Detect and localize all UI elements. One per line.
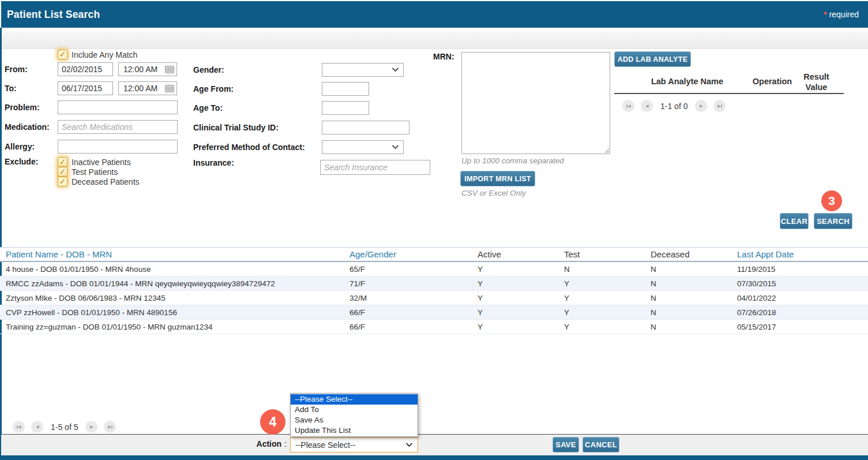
exclude-label: Exclude: (5, 157, 38, 166)
next-page-icon[interactable] (695, 100, 707, 112)
table-cell: 32/M (345, 294, 473, 302)
table-cell: 66/F (345, 323, 473, 331)
col-header-last-appt[interactable]: Last Appt Date (732, 249, 868, 259)
check-icon: ✓ (59, 177, 66, 185)
results-table-header: Patient Name - DOB - MRN Age/Gender Acti… (0, 247, 868, 262)
to-label: To: (5, 84, 17, 93)
table-cell: 07/26/2018 (732, 308, 868, 317)
table-cell: N (559, 265, 646, 274)
clinical-trial-input[interactable] (322, 121, 409, 134)
import-hint: CSV or Excel Only (461, 189, 526, 197)
clear-button[interactable]: CLEAR (780, 213, 809, 229)
chevron-down-icon (392, 68, 399, 72)
age-to-label: Age To: (193, 103, 223, 113)
check-icon: ✓ (59, 167, 66, 175)
table-cell: N (646, 265, 732, 274)
table-cell: RMCC zzAdams - DOB 01/01/1944 - MRN qeyq… (0, 279, 345, 288)
contact-method-select[interactable] (322, 140, 404, 154)
col-header-test: Test (559, 249, 646, 259)
title-bar: Patient List Search *required (1, 1, 868, 28)
lab-operation-header: Operation (751, 76, 793, 87)
results-table-body: 4 house - DOB 01/01/1950 - MRN 4house65/… (0, 262, 868, 334)
last-page-icon[interactable] (104, 421, 116, 433)
age-to-input[interactable] (322, 101, 369, 115)
exclude-test-checkbox[interactable]: ✓ (58, 167, 67, 177)
table-cell: 66/F (345, 308, 473, 317)
mrn-textarea[interactable] (461, 52, 610, 154)
calendar-icon[interactable] (165, 66, 174, 73)
insurance-label: Insurance: (193, 158, 234, 167)
include-any-match-checkbox[interactable]: ✓ (58, 50, 67, 59)
exclude-test-label: Test Patients (72, 167, 118, 177)
table-row[interactable]: 4 house - DOB 01/01/1950 - MRN 4house65/… (0, 262, 868, 276)
exclude-deceased-checkbox[interactable]: ✓ (58, 177, 67, 186)
prev-page-icon[interactable] (641, 100, 653, 112)
dropdown-option[interactable]: --Please Select-- (291, 394, 418, 405)
action-select[interactable]: --Please Select-- (290, 437, 418, 452)
include-any-match-label: Include Any Match (72, 50, 137, 59)
to-time-input[interactable]: 12:00 AM (118, 81, 177, 95)
save-button[interactable]: SAVE (553, 437, 579, 452)
page-bottom-border (0, 455, 868, 460)
col-header-patient[interactable]: Patient Name - DOB - MRN (0, 249, 345, 259)
last-page-icon[interactable] (713, 100, 726, 112)
table-cell: N (646, 308, 732, 317)
toolbar-band (1, 31, 868, 49)
search-button[interactable]: SEARCH (814, 213, 852, 229)
allergy-input[interactable] (58, 140, 178, 154)
add-lab-analyte-button[interactable]: ADD LAB ANALYTE (614, 51, 691, 67)
table-row[interactable]: Zztyson MIke - DOB 06/06/1983 - MRN 1234… (0, 291, 868, 305)
calendar-icon[interactable] (165, 85, 174, 92)
table-cell: Y (559, 294, 646, 302)
results-pager-text: 1-5 of 5 (51, 422, 78, 432)
table-cell: Y (559, 279, 646, 288)
lab-result-value-header: Result Value (801, 72, 832, 92)
table-row[interactable]: Training zz=guzman - DOB 01/01/1950 - MR… (0, 320, 868, 334)
patient-list-search-page: Patient List Search *required ✓ Include … (0, 0, 868, 460)
mrn-hint: Up to 1000 comma separated (461, 156, 564, 165)
gender-select[interactable] (322, 63, 404, 77)
table-cell: 71/F (345, 279, 473, 288)
footer-bar (1, 434, 868, 455)
import-mrn-list-button[interactable]: IMPORT MRN LIST (460, 171, 535, 186)
medication-input[interactable] (58, 120, 178, 134)
table-cell: N (646, 323, 732, 331)
exclude-test-row: ✓ Test Patients (58, 167, 118, 177)
table-cell: 05/15/2017 (732, 323, 868, 331)
first-page-icon[interactable] (622, 100, 634, 112)
to-date-input[interactable] (58, 81, 113, 95)
problem-input[interactable] (58, 100, 178, 114)
table-cell: 65/F (345, 265, 473, 274)
table-cell: Zztyson MIke - DOB 06/06/1983 - MRN 1234… (0, 294, 345, 302)
table-cell: Y (473, 294, 559, 302)
check-icon: ✓ (59, 50, 66, 58)
cancel-button[interactable]: CANCEL (583, 437, 619, 452)
required-note: *required (824, 10, 859, 19)
exclude-inactive-checkbox[interactable]: ✓ (58, 157, 67, 167)
from-time-input[interactable]: 12:00 AM (118, 62, 177, 76)
allergy-label: Allergy: (5, 142, 35, 151)
age-from-input[interactable] (322, 82, 369, 96)
table-row[interactable]: RMCC zzAdams - DOB 01/01/1944 - MRN qeyq… (0, 276, 868, 291)
insurance-input[interactable] (320, 160, 430, 175)
table-cell: Y (473, 279, 559, 288)
from-date-input[interactable] (58, 62, 113, 76)
table-cell: Y (473, 323, 559, 331)
first-page-icon[interactable] (13, 421, 25, 433)
dropdown-option[interactable]: Save As (291, 415, 418, 425)
prev-page-icon[interactable] (31, 421, 43, 433)
table-cell: 11/19/2015 (732, 265, 868, 274)
required-label: required (829, 10, 859, 19)
dropdown-option[interactable]: Add To (291, 405, 418, 415)
action-colon: : (284, 439, 287, 448)
dropdown-option[interactable]: Update This List (291, 425, 418, 436)
lab-table-divider (614, 93, 844, 94)
table-row[interactable]: CVP zzHowell - DOB 01/01/1950 - MRN 4890… (0, 305, 868, 320)
chevron-down-icon (392, 145, 399, 149)
age-from-label: Age From: (193, 84, 234, 94)
action-label: Action (257, 439, 282, 448)
from-time-value: 12:00 AM (123, 65, 157, 74)
col-header-age-gender[interactable]: Age/Gender (345, 249, 473, 259)
table-cell: N (646, 294, 732, 302)
next-page-icon[interactable] (85, 421, 97, 433)
